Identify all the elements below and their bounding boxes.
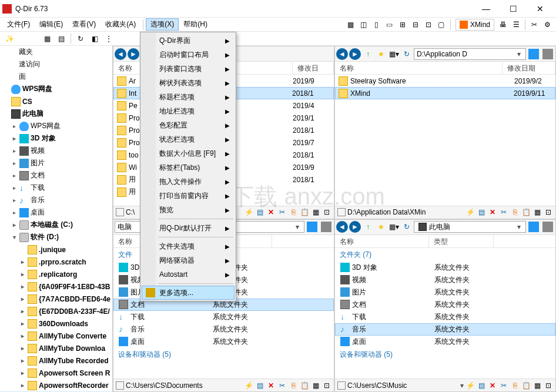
- layout-icon-8[interactable]: ▢: [436, 19, 447, 30]
- tree-item[interactable]: ▸{6A09F9F4-1E8D-43B: [0, 280, 112, 293]
- bolt-icon[interactable]: ⚡: [465, 381, 475, 390]
- display2-icon[interactable]: [542, 222, 553, 232]
- folder-tree[interactable]: 藏夹速访问面WPS网盘CS此电脑▸WPS网盘▸3D 对象▸视频▸图片▸文档▸↓下…: [0, 46, 113, 392]
- col-name[interactable]: 名称: [335, 235, 429, 247]
- tree-item[interactable]: WPS网盘: [0, 83, 112, 95]
- col-name[interactable]: 名称: [335, 62, 503, 74]
- grid1-icon[interactable]: ▦: [42, 33, 52, 44]
- print-icon[interactable]: 🖶: [498, 19, 508, 30]
- up-button[interactable]: ↑: [362, 221, 374, 233]
- tree-item[interactable]: ▸ApowersoftRecorder: [0, 379, 112, 391]
- display2-icon[interactable]: [321, 222, 331, 232]
- select-icon[interactable]: ▦: [311, 381, 320, 390]
- list-item[interactable]: 文档系统文件夹: [335, 299, 555, 311]
- dd-more-options[interactable]: 更多选项...: [142, 286, 235, 300]
- tree-item[interactable]: .junique: [0, 243, 112, 256]
- tree-item[interactable]: ▸AllMyTube Downloa: [0, 342, 112, 354]
- list-item[interactable]: 3D 对象系统文件夹: [335, 262, 555, 274]
- dd-item-5[interactable]: 地址栏选项▶: [142, 104, 235, 118]
- invert-icon[interactable]: ⊡: [544, 207, 553, 217]
- print-list-icon[interactable]: ☰: [511, 19, 521, 30]
- invert-icon[interactable]: ⊡: [544, 381, 553, 390]
- copy-icon[interactable]: ⎘: [510, 207, 520, 217]
- menu-favorites[interactable]: 收藏夹(A): [101, 18, 140, 31]
- back-button[interactable]: ◄: [336, 221, 348, 233]
- dd-item-12[interactable]: 预览▶: [142, 203, 235, 217]
- invert-icon[interactable]: ⊡: [322, 207, 331, 217]
- menu-file[interactable]: 文件(F): [2, 18, 35, 31]
- cut-icon[interactable]: ✂: [499, 381, 508, 390]
- tree-item[interactable]: ▸WPS网盘: [0, 120, 112, 132]
- tree-item[interactable]: ▸图片: [0, 157, 112, 169]
- menu-edit[interactable]: 编辑(E): [35, 18, 68, 31]
- layout-icon-1[interactable]: ▦: [346, 19, 356, 30]
- tree-item[interactable]: ▸{E67DD0BA-233F-4E/: [0, 305, 112, 317]
- section-devices[interactable]: 设备和驱动器 (5): [335, 348, 555, 361]
- copy-icon[interactable]: ⎘: [510, 381, 520, 390]
- layout-icon-6[interactable]: ⊟: [410, 19, 421, 30]
- tree-item[interactable]: 藏夹: [0, 46, 112, 58]
- bolt-icon[interactable]: ⚡: [244, 381, 253, 390]
- section-devices[interactable]: 设备和驱动器 (5): [113, 348, 334, 361]
- list-item[interactable]: 视频系统文件夹: [335, 274, 555, 286]
- panel-icon[interactable]: ◧: [89, 33, 100, 44]
- display1-icon[interactable]: [307, 222, 317, 232]
- dd-item-9[interactable]: 标签栏(Tabs)▶: [142, 160, 235, 175]
- list-item[interactable]: ↓下载系统文件夹: [335, 311, 555, 323]
- tools-icon[interactable]: ✂: [529, 19, 540, 30]
- dd-item-1[interactable]: 启动时窗口布局▶: [142, 48, 235, 62]
- bolt-icon[interactable]: ⚡: [244, 207, 253, 217]
- delete-icon[interactable]: ✕: [266, 381, 276, 390]
- address-bar[interactable]: D:\Application D ▾: [414, 48, 526, 60]
- minimize-button[interactable]: —: [473, 0, 500, 18]
- layout-icon-4[interactable]: ▭: [384, 19, 395, 30]
- tree-item[interactable]: ▸.prpro.scratch: [0, 256, 112, 268]
- layout-icon-2[interactable]: ◫: [359, 19, 369, 30]
- grid-icon[interactable]: ▤: [255, 381, 264, 390]
- list-item[interactable]: ♪音乐系统文件夹: [335, 323, 555, 336]
- tree-item[interactable]: ▸.replicatorg: [0, 268, 112, 280]
- list-item[interactable]: ♪音乐系统文件夹: [113, 323, 334, 336]
- tree-item[interactable]: ▸本地磁盘 (C:): [0, 219, 112, 231]
- dd-item-11[interactable]: 打印当前窗内容▶: [142, 189, 235, 203]
- grid-icon[interactable]: ▤: [477, 381, 486, 390]
- close-button[interactable]: ✕: [527, 0, 554, 18]
- select-icon[interactable]: ▦: [532, 381, 542, 390]
- view-button[interactable]: ▦▾: [388, 221, 400, 233]
- tree-item[interactable]: ▸桌面: [0, 206, 112, 219]
- dd-item-8[interactable]: 数据大小信息 [F9]▶: [142, 146, 235, 160]
- delete-icon[interactable]: ✕: [488, 207, 497, 217]
- paste-icon[interactable]: 📋: [521, 207, 531, 217]
- tree-item[interactable]: ▸视频: [0, 145, 112, 157]
- col-type[interactable]: 类型: [429, 235, 494, 247]
- up-button[interactable]: ↑: [362, 48, 374, 60]
- options-icon[interactable]: ⋮: [103, 33, 114, 44]
- settings-icon[interactable]: ⚙: [542, 19, 552, 30]
- refresh-button[interactable]: ↻: [401, 48, 413, 60]
- dd-item-10[interactable]: 拖入文件操作▶: [142, 175, 235, 189]
- paste-icon[interactable]: 📋: [521, 381, 531, 390]
- list-item[interactable]: XMind2019/9/11: [335, 87, 555, 99]
- grid2-icon[interactable]: ▤: [56, 33, 66, 44]
- favorites-button[interactable]: ★: [375, 221, 387, 233]
- cycle-icon[interactable]: ↻: [75, 33, 86, 44]
- back-button[interactable]: ◄: [115, 48, 126, 60]
- tree-item[interactable]: ▸AllMyTube Recorded: [0, 354, 112, 367]
- delete-icon[interactable]: ✕: [488, 381, 497, 390]
- layout-icon-3[interactable]: ▯: [371, 19, 382, 30]
- col-date[interactable]: 修改日: [293, 62, 334, 74]
- layout-icon-5[interactable]: ⊞: [397, 19, 408, 30]
- menu-help[interactable]: 帮助(H): [179, 18, 212, 31]
- paste-icon[interactable]: 📋: [300, 207, 309, 217]
- list-item[interactable]: Steelray Software2019/9/2: [335, 75, 555, 87]
- tree-item[interactable]: ▸3D 对象: [0, 132, 112, 145]
- menu-options[interactable]: 选项(X): [146, 18, 179, 31]
- forward-button[interactable]: ►: [128, 48, 139, 60]
- copy-icon[interactable]: ⎘: [289, 381, 298, 390]
- cut-icon[interactable]: ✂: [277, 381, 287, 390]
- refresh-button[interactable]: ↻: [401, 221, 413, 233]
- dd-autostart[interactable]: Autostart▶: [142, 267, 235, 282]
- grid-icon[interactable]: ▤: [255, 207, 264, 217]
- tree-item[interactable]: ▸♪音乐: [0, 194, 112, 206]
- tree-item[interactable]: 面: [0, 71, 112, 83]
